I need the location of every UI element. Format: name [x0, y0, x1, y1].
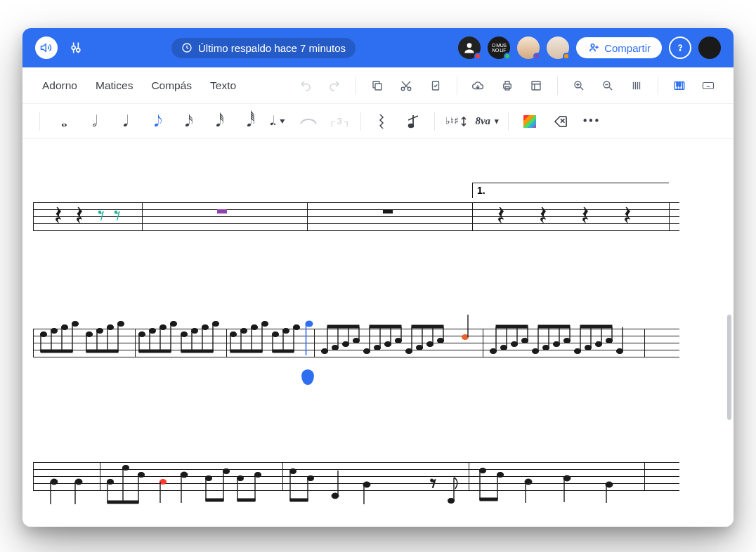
sixteenth-note[interactable]: 𝅘𝅥𝅯 — [171, 108, 199, 135]
svg-rect-6 — [375, 84, 382, 90]
undo-button[interactable] — [293, 73, 318, 98]
svg-point-86 — [606, 339, 613, 343]
menubar: Adorno Matices Compás Texto — [22, 67, 734, 104]
help-button[interactable] — [669, 37, 691, 59]
piano-button[interactable] — [667, 73, 691, 98]
collaborator-avatar[interactable]: O MUSNO LIF — [488, 37, 510, 59]
svg-point-68 — [417, 346, 423, 350]
svg-rect-71 — [412, 325, 443, 328]
share-button[interactable]: Compartir — [576, 37, 662, 58]
svg-rect-37 — [86, 350, 118, 353]
svg-point-67 — [406, 349, 412, 354]
print-button[interactable] — [495, 73, 519, 98]
svg-point-60 — [353, 339, 360, 343]
accidentals-button[interactable]: ♭♮♯ — [442, 108, 470, 135]
svg-text:𝄾: 𝄾 — [114, 210, 120, 221]
cloud-button[interactable] — [465, 73, 490, 98]
svg-rect-56 — [273, 350, 294, 353]
svg-point-63 — [374, 346, 381, 350]
svg-point-39 — [150, 329, 156, 334]
thirtysecond-note[interactable]: 𝅘𝅥𝅰 — [202, 108, 230, 135]
svg-point-70 — [438, 339, 444, 343]
topbar: Último respaldo hace 7 minutos O MUSNO L… — [22, 28, 734, 67]
svg-point-93 — [123, 466, 129, 471]
slash-note-button[interactable] — [399, 108, 427, 135]
collaborator-avatar[interactable] — [458, 37, 481, 59]
svg-point-69 — [427, 342, 434, 347]
backup-status[interactable]: Último respaldo hace 7 minutos — [171, 38, 356, 58]
svg-point-91 — [75, 479, 82, 485]
svg-point-64 — [385, 342, 391, 347]
backup-label: Último respaldo hace 7 minutos — [198, 42, 346, 54]
svg-rect-87 — [580, 325, 612, 328]
cut-button[interactable] — [394, 73, 419, 98]
paste-button[interactable] — [423, 73, 448, 98]
app-window: Último respaldo hace 7 minutos O MUSNO L… — [22, 28, 734, 527]
collaborator-avatar[interactable] — [517, 37, 540, 59]
svg-point-104 — [290, 469, 296, 474]
menu-texto[interactable]: Texto — [203, 75, 243, 96]
svg-point-101 — [237, 476, 244, 481]
svg-point-76 — [522, 339, 528, 343]
svg-point-112 — [497, 473, 504, 478]
dotted-note[interactable]: 𝅘𝅥 . ▾ — [263, 108, 292, 135]
zoom-in-button[interactable] — [566, 73, 591, 98]
menu-compas[interactable]: Compás — [144, 75, 199, 96]
svg-point-58 — [332, 346, 339, 350]
volta-bracket: 1. — [472, 183, 669, 198]
collaborator-avatar[interactable] — [547, 37, 569, 59]
svg-text:𝄽: 𝄽 — [582, 207, 589, 223]
svg-point-98 — [206, 476, 212, 481]
tie-button[interactable] — [294, 108, 322, 135]
half-note[interactable]: 𝅗𝅥 — [78, 108, 106, 135]
whole-note[interactable]: 𝅝 — [47, 108, 75, 135]
svg-point-88 — [617, 349, 623, 354]
svg-rect-47 — [181, 350, 213, 353]
keyboard-button[interactable] — [696, 73, 721, 98]
svg-point-90 — [51, 479, 58, 485]
scrollbar[interactable] — [727, 315, 731, 420]
octave-button[interactable]: 8va▾ — [473, 108, 501, 135]
tuning-button[interactable] — [65, 37, 87, 59]
staff-row — [33, 294, 679, 413]
staff-row: 𝄾 — [33, 434, 679, 527]
redo-button[interactable] — [322, 73, 347, 98]
svg-rect-42 — [139, 350, 171, 353]
layout-button[interactable] — [523, 73, 548, 98]
score-area[interactable]: 𝄽 𝄽 𝄾 𝄾 𝄽 𝄽 𝄽 𝄽 — [22, 139, 734, 527]
more-button[interactable]: ••• — [578, 108, 606, 135]
svg-point-33 — [86, 332, 93, 337]
menu-adorno[interactable]: Adorno — [35, 75, 84, 96]
color-button[interactable] — [516, 108, 544, 135]
svg-rect-95 — [107, 501, 138, 504]
svg-point-51 — [262, 322, 268, 327]
svg-point-102 — [255, 473, 261, 478]
svg-text:𝄾: 𝄾 — [430, 478, 436, 488]
sixtyfourth-note[interactable]: 𝅘𝅥𝅱 — [233, 108, 261, 135]
tuplet-button[interactable]: ┌ 3 ┐ — [325, 108, 353, 135]
arpeggio-button[interactable] — [368, 108, 396, 135]
add-user-icon — [587, 41, 600, 54]
zoom-out-button[interactable] — [595, 73, 620, 98]
bars-button[interactable] — [625, 73, 649, 98]
svg-point-92 — [107, 480, 114, 485]
erase-button[interactable] — [547, 108, 575, 135]
menu-matices[interactable]: Matices — [89, 75, 140, 96]
svg-rect-61 — [327, 325, 359, 328]
svg-rect-103 — [237, 499, 255, 501]
svg-point-28 — [41, 332, 47, 337]
svg-rect-66 — [370, 325, 401, 328]
svg-point-43 — [181, 332, 188, 337]
svg-point-44 — [192, 329, 198, 334]
svg-text:𝄽: 𝄽 — [56, 207, 62, 223]
svg-rect-18 — [703, 82, 714, 88]
quarter-note[interactable]: 𝅘𝅥 — [109, 108, 137, 135]
copy-button[interactable] — [365, 73, 389, 98]
eighth-note[interactable]: 𝅘𝅥𝅮 — [140, 108, 168, 135]
svg-point-0 — [72, 46, 75, 50]
svg-point-99 — [223, 469, 230, 474]
svg-point-83 — [575, 349, 581, 354]
user-avatar[interactable] — [698, 37, 721, 59]
svg-point-34 — [97, 329, 103, 334]
audio-button[interactable] — [35, 37, 58, 59]
